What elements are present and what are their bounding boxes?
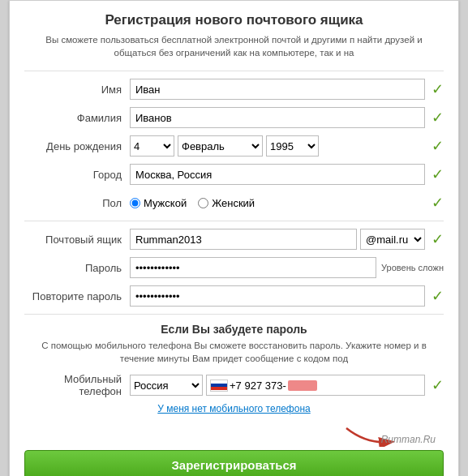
bday-fields: 4 Февраль 1995	[130, 135, 425, 157]
register-button[interactable]: Зарегистрироваться	[24, 450, 444, 476]
gender-male-label: Мужской	[144, 197, 187, 209]
bday-month-select[interactable]: Февраль	[178, 135, 263, 157]
bday-row: День рождения 4 Февраль 1995 ✓	[24, 135, 444, 157]
gender-female-radio[interactable]	[198, 198, 208, 208]
surname-row: Фамилия ✓	[24, 106, 444, 129]
phone-number-field: +7 927 373-	[206, 375, 425, 396]
name-check-icon: ✓	[432, 80, 444, 98]
divider-mid	[24, 221, 444, 221]
phone-label: Мобильный телефон	[24, 373, 130, 397]
surname-check-icon: ✓	[432, 109, 444, 127]
watermark: Rumman.Ru	[381, 434, 436, 445]
confirm-check-icon: ✓	[432, 287, 444, 305]
arrow-area: Rumman.Ru	[24, 422, 444, 447]
phone-country-select[interactable]: Россия	[130, 375, 203, 396]
bday-label: День рождения	[24, 140, 130, 152]
city-row: Город ✓	[24, 163, 444, 186]
gender-options: Мужской Женский	[130, 197, 425, 209]
confirm-label: Повторите пароль	[24, 290, 130, 302]
page-subtitle: Вы сможете пользоваться бесплатной элект…	[24, 33, 444, 59]
password-label: Пароль	[24, 262, 130, 274]
password-strength: Уровень сложн	[381, 263, 444, 272]
registration-form: Регистрация нового почтового ящика Вы см…	[9, 0, 459, 476]
email-domain-select[interactable]: @mail.ru	[360, 229, 425, 250]
email-label: Почтовый ящик	[24, 234, 130, 246]
bday-check-icon: ✓	[432, 137, 444, 155]
gender-male-radio[interactable]	[130, 198, 140, 208]
phone-redacted	[288, 380, 317, 391]
recovery-heading: Если Вы забудете пароль	[24, 323, 444, 336]
city-input[interactable]	[130, 164, 425, 185]
name-row: Имя ✓	[24, 78, 444, 101]
surname-label: Фамилия	[24, 112, 130, 124]
confirm-input[interactable]	[130, 285, 425, 307]
divider-top	[24, 71, 444, 71]
bday-day-select[interactable]: 4	[130, 135, 174, 157]
email-fields: @mail.ru	[130, 229, 425, 250]
city-check-icon: ✓	[432, 165, 444, 183]
password-input[interactable]	[130, 257, 376, 278]
confirm-row: Повторите пароль ✓	[24, 285, 444, 307]
phone-prefix: +7 927 373-	[230, 380, 286, 392]
gender-label: Пол	[24, 197, 130, 209]
bday-year-select[interactable]: 1995	[266, 135, 319, 157]
password-row: Пароль Уровень сложн	[24, 256, 444, 279]
gender-female-label: Женский	[212, 197, 255, 209]
russia-flag-icon	[210, 380, 228, 392]
name-label: Имя	[24, 84, 130, 96]
surname-input[interactable]	[130, 107, 425, 128]
gender-row: Пол Мужской Женский ✓	[24, 191, 444, 214]
email-check-icon: ✓	[432, 230, 444, 248]
gender-female-option[interactable]: Женский	[198, 197, 255, 209]
no-phone-link[interactable]: У меня нет мобильного телефона	[24, 403, 444, 414]
city-label: Город	[24, 169, 130, 181]
divider-recovery	[24, 314, 444, 315]
phone-fields: Россия +7 927 373-	[130, 375, 425, 396]
phone-row: Мобильный телефон Россия +7 927 373- ✓	[24, 373, 444, 397]
page-title: Регистрация нового почтового ящика	[24, 12, 444, 28]
email-row: Почтовый ящик @mail.ru ✓	[24, 228, 444, 251]
recovery-text: С помощью мобильного телефона Вы сможете…	[24, 339, 444, 365]
name-input[interactable]	[130, 79, 425, 100]
gender-check-icon: ✓	[432, 194, 444, 212]
gender-male-option[interactable]: Мужской	[130, 197, 187, 209]
phone-check-icon: ✓	[432, 376, 444, 394]
email-input[interactable]	[130, 229, 357, 250]
